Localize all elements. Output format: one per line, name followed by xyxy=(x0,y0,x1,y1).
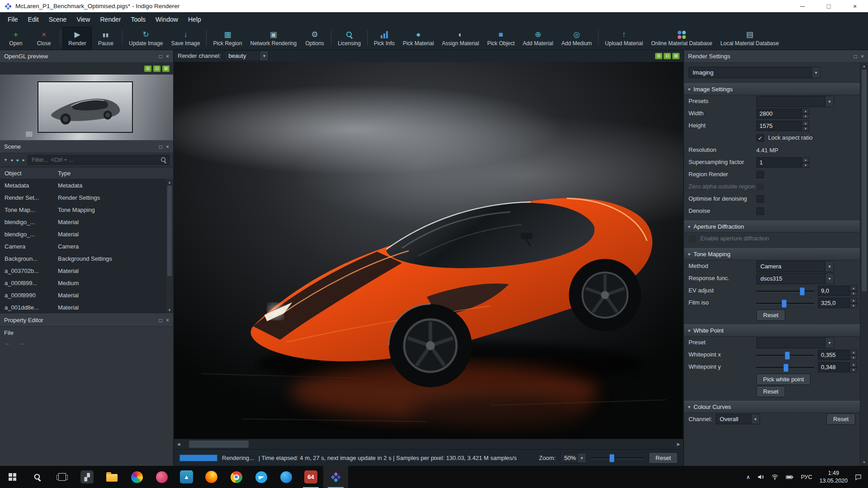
spin-down-icon[interactable]: ▾ xyxy=(850,303,857,309)
zoom-reset-button[interactable]: Reset xyxy=(649,452,678,464)
render-channel-dropdown[interactable]: beauty ▾ xyxy=(224,51,269,61)
ev-adjust-slider[interactable] xyxy=(756,287,814,295)
model-filter-icon[interactable]: ● xyxy=(10,157,14,163)
pick-material-button[interactable]: ● Pick Material xyxy=(399,27,438,50)
lock-aspect-checkbox[interactable]: ✓ xyxy=(756,134,764,142)
enable-aperture-checkbox[interactable] xyxy=(689,235,696,243)
menu-tools[interactable]: Tools xyxy=(126,16,151,23)
scroll-down-icon[interactable]: ▼ xyxy=(168,307,171,314)
optimise-denoising-checkbox[interactable] xyxy=(756,195,764,203)
whitepoint-x-slider[interactable] xyxy=(756,351,814,359)
table-row[interactable]: a_000f8990 Material xyxy=(0,289,173,301)
spin-down-icon[interactable]: ▾ xyxy=(802,163,809,168)
slider-handle[interactable] xyxy=(800,287,805,296)
taskbar-app-file-explorer[interactable] xyxy=(99,466,124,488)
panel-close-icon[interactable]: × xyxy=(166,144,169,150)
table-row[interactable]: a_000f899... Medium xyxy=(0,277,173,289)
scroll-up-icon[interactable]: ▲ xyxy=(863,63,866,70)
table-row[interactable]: a_003702b... Material xyxy=(0,265,173,277)
tone-method-dropdown[interactable]: Camera ▾ xyxy=(756,261,834,272)
scroll-down-icon[interactable]: ▼ xyxy=(863,459,866,466)
minimize-button[interactable]: ─ xyxy=(789,0,816,12)
scrollbar-track[interactable] xyxy=(183,439,674,449)
settings-scrollbar[interactable]: ▲ ▼ xyxy=(860,63,868,466)
spin-down-icon[interactable]: ▾ xyxy=(802,114,809,119)
whitepoint-y-input[interactable]: 0,348 xyxy=(818,362,849,372)
pick-object-button[interactable]: ■ Pick Object xyxy=(483,27,519,50)
task-view-button[interactable] xyxy=(50,466,75,488)
section-colour-curves[interactable]: ▾ Colour Curves xyxy=(684,401,860,413)
presets-dropdown[interactable]: ▾ xyxy=(756,96,834,107)
start-button[interactable] xyxy=(0,466,25,488)
opengl-preview-viewport[interactable] xyxy=(0,75,173,140)
table-row[interactable]: Camera Camera xyxy=(0,240,173,253)
spin-up-icon[interactable]: ▴ xyxy=(802,121,809,126)
forward-arrow-icon[interactable]: → xyxy=(18,339,24,347)
taskbar-clock[interactable]: 1:49 13.05.2020 xyxy=(816,466,851,488)
upload-material-button[interactable]: ↑ Upload Material xyxy=(601,27,647,50)
scrollbar-thumb[interactable] xyxy=(167,186,172,276)
menu-view[interactable]: View xyxy=(71,16,95,23)
slider-handle[interactable] xyxy=(782,300,787,308)
menu-file[interactable]: File xyxy=(3,16,23,23)
taskbar-search-button[interactable] xyxy=(25,466,50,488)
scrollbar-thumb[interactable] xyxy=(862,70,867,291)
camera-region-box[interactable] xyxy=(38,81,133,133)
scroll-right-icon[interactable]: ▶ xyxy=(674,442,683,446)
table-row[interactable]: blendigo_... Material xyxy=(0,216,173,228)
whitepoint-y-slider[interactable] xyxy=(756,363,814,371)
taskbar-app-cpu64[interactable]: 64 xyxy=(298,466,323,488)
view-collapse-icon[interactable]: ⊟ xyxy=(664,53,671,59)
response-func-dropdown[interactable]: dscs315 ▾ xyxy=(756,273,834,284)
section-aperture-diffraction[interactable]: ▾ Aperture Diffraction xyxy=(684,221,860,233)
taskbar-app-chrome[interactable] xyxy=(224,466,249,488)
tone-reset-button[interactable]: Reset xyxy=(756,310,785,321)
spin-up-icon[interactable]: ▴ xyxy=(850,362,857,367)
scene-table-header[interactable]: Object Type xyxy=(0,167,173,179)
pick-info-button[interactable]: Pick Info xyxy=(370,27,399,50)
slider-handle[interactable] xyxy=(783,364,788,372)
table-row[interactable]: a_001dd8e... Material xyxy=(0,301,173,314)
render-horizontal-scrollbar[interactable]: ◀ ▶ xyxy=(174,439,683,449)
taskbar-app-telegram[interactable] xyxy=(249,466,274,488)
menu-edit[interactable]: Edit xyxy=(23,16,44,23)
menu-help[interactable]: Help xyxy=(183,16,206,23)
section-tone-mapping[interactable]: ▾ Tone Mapping xyxy=(684,248,860,260)
spin-up-icon[interactable]: ▴ xyxy=(802,108,809,114)
view-expand-icon[interactable]: ⊠ xyxy=(672,53,679,59)
taskbar-app-photos[interactable]: ▞ xyxy=(75,466,99,488)
menu-window[interactable]: Window xyxy=(151,16,183,23)
spin-down-icon[interactable]: ▾ xyxy=(850,355,857,361)
taskbar-app-messenger[interactable] xyxy=(274,466,298,488)
close-scene-button[interactable]: × Close xyxy=(30,27,58,50)
render-button[interactable]: ▶ Render xyxy=(63,27,92,50)
supersampling-input[interactable]: 1 xyxy=(756,157,802,168)
height-input[interactable]: 1575 xyxy=(756,121,802,131)
panel-close-icon[interactable]: × xyxy=(166,317,169,324)
film-iso-slider[interactable] xyxy=(756,299,814,307)
channel-dropdown[interactable]: Overall ▾ xyxy=(716,414,760,424)
spin-down-icon[interactable]: ▾ xyxy=(850,291,857,296)
table-row[interactable]: Backgroun... Background Settings xyxy=(0,253,173,265)
volume-icon[interactable] xyxy=(754,466,768,488)
curves-reset-button[interactable]: Reset xyxy=(826,413,855,425)
scroll-up-icon[interactable]: ▲ xyxy=(168,179,171,186)
pause-button[interactable]: ▮▮ Pause xyxy=(92,27,120,50)
action-center-icon[interactable] xyxy=(851,466,865,488)
render-viewport[interactable] xyxy=(174,62,683,439)
preview-collapse-icon[interactable]: ⊟ xyxy=(153,66,160,72)
tray-chevron-icon[interactable]: ∧ xyxy=(743,466,754,488)
add-material-button[interactable]: ⊕ Add Material xyxy=(519,27,557,50)
whitepoint-x-input[interactable]: 0,355 xyxy=(818,350,849,360)
tree-expand-icon[interactable]: ▼ xyxy=(4,158,8,162)
pick-region-button[interactable]: ▦ Pick Region xyxy=(209,27,246,50)
network-icon[interactable] xyxy=(768,466,782,488)
panel-float-icon[interactable]: □ xyxy=(159,317,162,324)
scrollbar-thumb[interactable] xyxy=(189,441,249,448)
language-indicator[interactable]: РУС xyxy=(797,466,816,488)
white-reset-button[interactable]: Reset xyxy=(756,386,785,397)
back-arrow-icon[interactable]: ← xyxy=(5,339,11,347)
local-material-database-button[interactable]: ▤ Local Material Database xyxy=(717,27,783,50)
taskbar-app-firefox[interactable] xyxy=(199,466,224,488)
denoise-checkbox[interactable] xyxy=(756,207,764,215)
